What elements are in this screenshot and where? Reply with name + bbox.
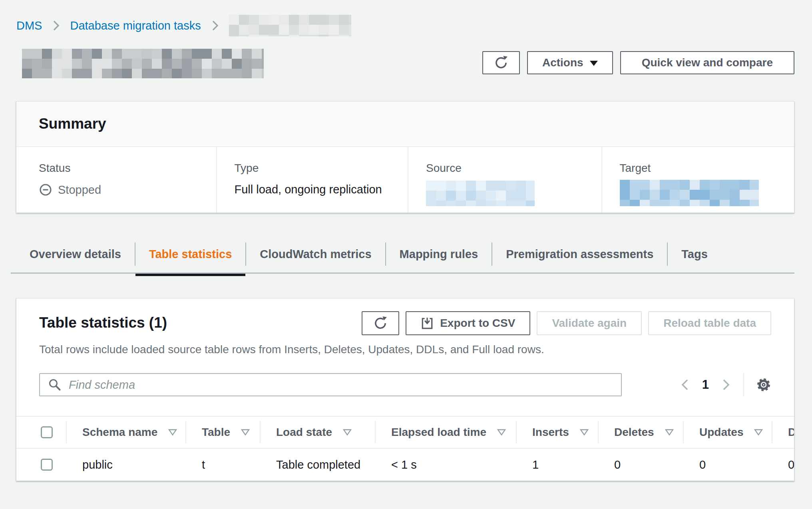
table-statistics-title: Table statistics (1)	[39, 314, 167, 331]
table-cell: 1	[516, 458, 598, 471]
chevron-right-icon	[52, 19, 60, 32]
summary-field-target: Target	[601, 147, 794, 213]
summary-field-label: Source	[426, 161, 601, 175]
table-statistics-toolbar: Export to CSV Validate again Reload tabl…	[362, 311, 771, 335]
column-header-label: Load state	[276, 426, 332, 439]
table-cell: 0	[683, 458, 772, 471]
summary-field-label: Type	[235, 161, 408, 175]
select-all-header-cell	[16, 417, 66, 448]
column-header-inserts[interactable]: Inserts	[516, 417, 598, 448]
actions-button-label: Actions	[542, 56, 583, 69]
column-header-load-state[interactable]: Load state	[260, 417, 375, 448]
tab-cloudwatch-metrics[interactable]: CloudWatch metrics	[246, 241, 385, 267]
quick-view-and-compare-button[interactable]: Quick view and compare	[620, 51, 794, 74]
table-refresh-button[interactable]	[362, 311, 399, 335]
quick-view-button-label: Quick view and compare	[642, 56, 773, 69]
column-header-label: Schema name	[82, 426, 157, 439]
export-to-csv-label: Export to CSV	[440, 317, 515, 330]
page-actions-toolbar: Actions Quick view and compare	[482, 51, 794, 74]
select-all-checkbox[interactable]	[41, 426, 53, 438]
breadcrumb-link-dms[interactable]: DMS	[16, 19, 42, 32]
column-header-deletes[interactable]: Deletes	[598, 417, 683, 448]
tab-premigration-assessments[interactable]: Premigration assessments	[492, 241, 667, 267]
column-header-table[interactable]: Table	[185, 417, 260, 448]
gear-icon	[756, 377, 771, 392]
sort-icon	[342, 428, 352, 436]
pagination-divider	[743, 373, 744, 396]
settings-gear-button[interactable]	[756, 377, 771, 392]
reload-table-data-label: Reload table data	[663, 317, 756, 330]
export-icon	[421, 317, 434, 330]
refresh-button[interactable]	[482, 51, 520, 74]
column-header-d[interactable]: D	[772, 417, 794, 448]
stopped-circle-minus-icon	[39, 183, 52, 197]
next-page-button[interactable]	[721, 378, 731, 392]
page-title-redacted	[22, 49, 264, 78]
summary-value-text: Full load, ongoing replication	[235, 183, 382, 196]
sort-icon	[168, 428, 177, 436]
column-header-label: D	[788, 426, 794, 439]
reload-table-data-button: Reload table data	[648, 311, 771, 335]
column-header-label: Table	[202, 426, 230, 439]
summary-field-type: TypeFull load, ongoing replication	[216, 147, 408, 213]
summary-field-value: Full load, ongoing replication	[235, 183, 408, 196]
summary-field-source: Source	[408, 147, 601, 213]
actions-button[interactable]: Actions	[527, 51, 613, 74]
caret-down-icon	[590, 61, 598, 66]
table-row: publictTable completed< 1 s1000	[16, 449, 794, 481]
row-select-cell	[16, 459, 66, 471]
summary-source-redacted-value	[426, 181, 535, 206]
breadcrumb-link-tasks[interactable]: Database migration tasks	[70, 19, 201, 32]
column-header-label: Elapsed load time	[391, 426, 486, 439]
refresh-icon	[373, 316, 388, 331]
table-cell: t	[185, 458, 260, 471]
tabs-baseline-rule	[11, 272, 794, 274]
column-header-elapsed-load-time[interactable]: Elapsed load time	[375, 417, 516, 448]
refresh-icon	[494, 55, 509, 70]
column-header-label: Deletes	[614, 426, 654, 439]
search-input[interactable]	[68, 378, 621, 392]
validate-again-button: Validate again	[537, 311, 642, 335]
summary-field-value: Stopped	[39, 183, 216, 197]
sort-icon	[497, 428, 506, 436]
table-statistics-table: Schema name Table Load state Elapsed loa…	[16, 416, 794, 481]
breadcrumb-redacted-task-name	[229, 15, 351, 36]
summary-field-status: StatusStopped	[16, 147, 216, 213]
chevron-left-icon	[680, 378, 690, 392]
table-cell: 0	[598, 458, 683, 471]
table-cell: 0	[772, 458, 794, 471]
search-icon	[48, 378, 62, 392]
tab-table-statistics[interactable]: Table statistics	[135, 241, 245, 267]
summary-value-text: Stopped	[58, 183, 101, 197]
tab-tags[interactable]: Tags	[668, 241, 721, 267]
table-statistics-panel: Table statistics (1) Total rows include …	[16, 298, 794, 481]
column-header-schema-name[interactable]: Schema name	[66, 417, 185, 448]
export-to-csv-button[interactable]: Export to CSV	[406, 311, 530, 335]
breadcrumb: DMS Database migration tasks	[16, 14, 351, 37]
chevron-right-icon	[721, 378, 731, 392]
table-cell: Table completed	[260, 458, 375, 471]
sort-icon	[754, 428, 763, 436]
find-schema-search	[39, 373, 622, 396]
chevron-right-icon	[211, 19, 219, 32]
table-statistics-description: Total rows include loaded source table r…	[39, 343, 544, 356]
column-header-updates[interactable]: Updates	[683, 417, 772, 448]
tab-overview-details[interactable]: Overview details	[16, 241, 135, 267]
table-cell: public	[66, 458, 185, 471]
summary-target-redacted-value	[620, 180, 759, 206]
summary-fields: StatusStoppedTypeFull load, ongoing repl…	[16, 147, 794, 213]
current-page-number[interactable]: 1	[702, 378, 709, 392]
task-tabs: Overview detailsTable statisticsCloudWat…	[16, 239, 800, 276]
validate-again-label: Validate again	[552, 317, 627, 330]
column-header-label: Updates	[699, 426, 743, 439]
sort-icon	[579, 428, 589, 436]
summary-field-label: Target	[620, 161, 794, 175]
summary-title: Summary	[39, 115, 106, 132]
summary-field-label: Status	[39, 161, 216, 175]
summary-card-header: Summary	[16, 101, 794, 147]
tab-mapping-rules[interactable]: Mapping rules	[386, 241, 492, 267]
previous-page-button[interactable]	[680, 378, 690, 392]
sort-icon	[665, 428, 674, 436]
pagination: 1	[680, 373, 771, 396]
row-checkbox[interactable]	[41, 459, 53, 471]
